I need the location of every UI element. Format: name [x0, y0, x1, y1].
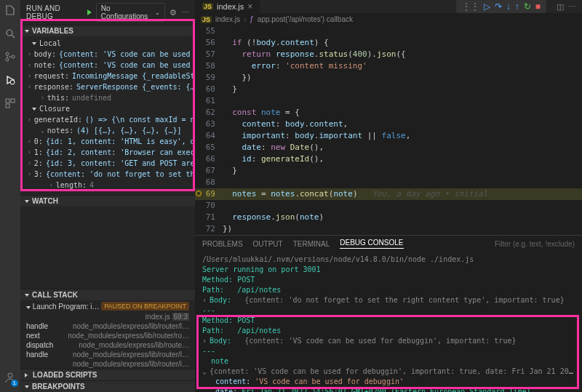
tab-problems[interactable]: PROBLEMS: [202, 240, 243, 248]
editor-area: JS index.js × ⋮⋮ ▷ ↷ ↓ ↑ ↻ ■ ◫ ⋯ JS inde…: [195, 0, 582, 392]
variable-row[interactable]: › request: IncomingMessage {_readableSta…: [20, 71, 195, 81]
variable-row[interactable]: › response: ServerResponse {_events: {…}…: [20, 81, 195, 92]
console-filter-input[interactable]: Filter (e.g. text, !exclude): [495, 240, 575, 248]
svg-point-0: [7, 30, 12, 36]
stop-icon[interactable]: ■: [535, 1, 541, 12]
code-line[interactable]: 66 id: generateId(),: [195, 153, 582, 165]
callstack-frame[interactable]: dispatchnode_modules/express/lib/route…: [20, 340, 195, 350]
section-variables[interactable]: VARIABLES: [20, 25, 195, 36]
console-line: ⌄{content: 'VS code can be used for debu…: [202, 367, 575, 377]
variable-row[interactable]: › 3: {content: 'do not forget to set the…: [20, 169, 195, 180]
tab-output[interactable]: OUTPUT: [253, 240, 283, 248]
callstack-thread[interactable]: Launch Program: i… PAUSED ON BREAKPOINT: [20, 300, 195, 312]
debug-icon[interactable]: [4, 74, 16, 87]
more-icon[interactable]: ⋯: [181, 8, 189, 17]
variable-row[interactable]: › generateId: () => {\n const maxId = no…: [20, 114, 195, 125]
variable-row[interactable]: › length: 4: [20, 180, 195, 191]
activity-bar: 1: [0, 0, 20, 392]
run-debug-header: RUN AND DEBUG No Configurations ⌄ ⚙ ⋯: [20, 0, 195, 25]
step-out-icon[interactable]: ↑: [515, 1, 519, 12]
code-line[interactable]: 58 error: 'content missing': [195, 60, 582, 72]
code-line[interactable]: 70: [195, 200, 582, 212]
section-callstack[interactable]: CALL STACK: [20, 289, 195, 300]
code-line[interactable]: 67 }: [195, 165, 582, 177]
code-line[interactable]: 65 date: new Date(),: [195, 142, 582, 153]
svg-rect-6: [6, 99, 9, 103]
continue-icon[interactable]: ▷: [484, 1, 490, 12]
code-editor[interactable]: 5556 if (!body.content) {57 return respo…: [195, 25, 582, 235]
svg-point-9: [8, 373, 12, 377]
method-icon: ƒ: [250, 15, 254, 23]
code-line[interactable]: 72}): [195, 223, 582, 235]
breadcrumb[interactable]: JS index.js › ƒ app.post('/api/notes') c…: [195, 13, 582, 25]
step-over-icon[interactable]: ↷: [495, 1, 502, 12]
scope-closure[interactable]: Closure: [20, 103, 195, 114]
variable-row[interactable]: › this: undefined: [20, 92, 195, 103]
tab-label: index.js: [217, 2, 244, 11]
svg-point-2: [6, 52, 9, 55]
console-line: Method: POST: [202, 316, 575, 326]
tab-debug-console[interactable]: DEBUG CONSOLE: [340, 239, 403, 249]
svg-rect-7: [11, 99, 15, 103]
panel-tabs: PROBLEMS OUTPUT TERMINAL DEBUG CONSOLE F…: [195, 236, 582, 252]
explorer-icon[interactable]: [4, 4, 16, 17]
gear-icon[interactable]: ⚙: [170, 8, 177, 17]
variable-row[interactable]: › note: {content: 'VS code can be used f…: [20, 60, 195, 71]
debug-toolbar: ⋮⋮ ▷ ↷ ↓ ↑ ↻ ■: [456, 0, 546, 13]
code-line[interactable]: 56 if (!body.content) {: [195, 37, 582, 49]
console-line: ›Body: {content: 'do not forget to set t…: [202, 295, 575, 305]
code-line[interactable]: 60 }: [195, 84, 582, 95]
variable-row[interactable]: › 0: {id: 1, content: 'HTML is easy', da…: [20, 136, 195, 147]
scm-icon[interactable]: [4, 51, 16, 64]
callstack-frame[interactable]: nextnode_modules/express/lib/router/ro…: [20, 331, 195, 340]
callstack-frame[interactable]: node_modules/express/lib/router/i…: [20, 359, 195, 369]
section-watch[interactable]: WATCH: [20, 195, 195, 207]
code-line[interactable]: 63 content: body.content,: [195, 119, 582, 130]
console-path: /Users/mluukkai/.nvm/versions/node/v14.8…: [202, 255, 575, 265]
variable-row[interactable]: › body: {content: 'VS code can be used f…: [20, 49, 195, 60]
tab-index-js[interactable]: JS index.js ×: [195, 0, 260, 13]
sidebar-title: RUN AND DEBUG: [26, 4, 83, 20]
search-icon[interactable]: [4, 28, 16, 41]
console-line: ---: [202, 346, 575, 356]
console-line: date: Fri Jan 21 2022 14:56:01 GMT+0200 …: [202, 387, 575, 392]
code-line[interactable]: 57 return response.status(400).json({: [195, 49, 582, 60]
step-into-icon[interactable]: ↓: [506, 1, 511, 12]
callstack-list: Launch Program: i… PAUSED ON BREAKPOINT …: [20, 300, 195, 369]
start-debug-icon[interactable]: [87, 9, 92, 15]
console-line: ---: [202, 305, 575, 316]
code-line[interactable]: 69 notes = notes.concat(note)You, a day …: [195, 188, 582, 200]
tab-terminal[interactable]: TERMINAL: [293, 240, 330, 248]
variable-row[interactable]: › 2: {id: 3, content: 'GET and POST are …: [20, 158, 195, 169]
variables-tree: Local › body: {content: 'VS code can be …: [20, 36, 195, 195]
restart-icon[interactable]: ↻: [524, 1, 531, 12]
callstack-frame[interactable]: handlenode_modules/express/lib/router/l…: [20, 321, 195, 331]
code-line[interactable]: 68: [195, 177, 582, 188]
split-editor-icon[interactable]: ◫: [557, 2, 564, 12]
scope-local[interactable]: Local: [20, 38, 195, 49]
tab-more-icon[interactable]: ⋯: [568, 2, 576, 12]
code-line[interactable]: 55: [195, 25, 582, 37]
svg-point-5: [10, 80, 15, 84]
config-dropdown[interactable]: No Configurations ⌄: [96, 3, 165, 22]
extensions-icon[interactable]: [4, 97, 16, 111]
code-line[interactable]: 62 const note = {: [195, 107, 582, 119]
accounts-icon[interactable]: 1: [4, 372, 16, 385]
code-line[interactable]: 71 response.json(note): [195, 212, 582, 223]
tab-bar: JS index.js × ⋮⋮ ▷ ↷ ↓ ↑ ↻ ■ ◫ ⋯: [195, 0, 582, 13]
section-breakpoints[interactable]: BREAKPOINTS: [20, 380, 195, 392]
debug-console[interactable]: /Users/mluukkai/.nvm/versions/node/v14.8…: [195, 252, 582, 392]
svg-rect-8: [6, 104, 9, 108]
code-line[interactable]: 59 }): [195, 72, 582, 84]
breakpoint-icon[interactable]: [196, 191, 202, 196]
code-line[interactable]: 64 important: body.important || false,: [195, 130, 582, 142]
callstack-frame[interactable]: handlenode_modules/express/lib/router/l…: [20, 350, 195, 359]
console-line: Path: /api/notes: [202, 285, 575, 295]
section-loaded-scripts[interactable]: LOADED SCRIPTS: [20, 369, 195, 380]
variable-row[interactable]: ⌄ notes: (4) [{…}, {…}, {…}, {…}]: [20, 125, 195, 136]
callstack-frame[interactable]: index.js 69:3: [20, 312, 195, 321]
code-line[interactable]: 61: [195, 95, 582, 107]
variable-row[interactable]: › 1: {id: 2, content: 'Browser can execu…: [20, 147, 195, 158]
paused-badge: PAUSED ON BREAKPOINT: [101, 302, 189, 311]
close-icon[interactable]: ×: [247, 1, 252, 12]
